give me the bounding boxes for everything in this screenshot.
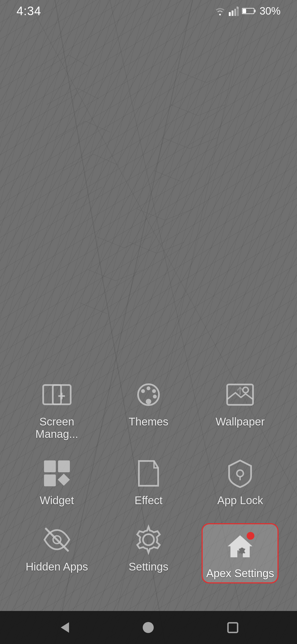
- effect-icon: [133, 458, 164, 489]
- svg-line-34: [47, 358, 66, 366]
- svg-rect-70: [44, 474, 56, 486]
- svg-line-12: [85, 121, 110, 132]
- widget-icon: [42, 458, 72, 489]
- svg-marker-72: [139, 461, 158, 486]
- svg-point-77: [143, 534, 154, 545]
- app-item-apex-settings[interactable]: Apex Settings: [202, 523, 279, 583]
- app-item-themes[interactable]: Themes: [110, 378, 187, 440]
- svg-point-62: [152, 389, 156, 393]
- hidden-apps-label: Hidden Apps: [26, 561, 88, 573]
- screen-manager-icon: [42, 380, 72, 410]
- widget-label: Widget: [40, 494, 74, 507]
- themes-icon: [133, 380, 164, 410]
- settings-icon: [133, 525, 164, 555]
- themes-label: Themes: [129, 416, 169, 428]
- svg-line-18: [206, 72, 234, 83]
- status-bar: 4:34 R 30%: [0, 0, 297, 22]
- svg-rect-53: [254, 10, 256, 12]
- screen-manager-label: Screen Manag...: [18, 416, 95, 440]
- svg-line-10: [69, 55, 88, 66]
- wifi-icon: [215, 6, 226, 16]
- svg-marker-71: [58, 474, 70, 486]
- wallpaper-label: Wallpaper: [216, 416, 265, 428]
- svg-line-21: [96, 237, 124, 248]
- wallpaper-icon: [225, 380, 255, 410]
- svg-rect-82: [228, 623, 238, 632]
- settings-icon-wrap: [132, 523, 165, 556]
- svg-line-27: [129, 242, 157, 253]
- svg-line-23: [80, 303, 107, 314]
- svg-line-38: [231, 319, 250, 330]
- svg-line-31: [28, 358, 47, 369]
- svg-line-28: [165, 209, 193, 220]
- svg-rect-47: [229, 12, 231, 16]
- nav-back-button[interactable]: [53, 616, 75, 638]
- status-icons: R 30%: [215, 5, 280, 17]
- recents-icon: [225, 620, 240, 635]
- screen-manager-icon-wrap: [40, 378, 73, 411]
- svg-line-36: [212, 319, 231, 330]
- svg-line-25: [116, 270, 143, 281]
- app-item-wallpaper[interactable]: Wallpaper: [202, 378, 279, 440]
- app-lock-icon-wrap: [224, 457, 257, 490]
- app-item-widget[interactable]: Widget: [18, 457, 95, 507]
- svg-line-24: [124, 237, 151, 248]
- svg-line-26: [138, 209, 165, 220]
- battery-percentage: 30%: [260, 5, 280, 17]
- svg-point-60: [141, 389, 145, 393]
- svg-rect-49: [234, 9, 236, 16]
- nav-recents-button[interactable]: [222, 616, 244, 638]
- app-lock-label: App Lock: [217, 494, 263, 507]
- svg-rect-69: [58, 460, 70, 472]
- themes-icon-wrap: [132, 378, 165, 411]
- navigation-bar: [0, 611, 297, 644]
- svg-point-66: [243, 387, 248, 393]
- svg-line-30: [22, 330, 41, 341]
- svg-line-16: [162, 138, 190, 149]
- wallpaper-icon-wrap: [224, 378, 257, 411]
- svg-line-8: [63, 154, 94, 171]
- back-icon: [57, 620, 72, 635]
- svg-line-9: [72, 187, 102, 204]
- svg-line-29: [157, 242, 184, 253]
- app-item-screen-manager[interactable]: Screen Manag...: [18, 378, 95, 440]
- app-row-1: Screen Manag... Themes: [11, 378, 286, 440]
- app-item-settings[interactable]: Settings: [110, 523, 187, 583]
- battery-icon: [242, 7, 256, 15]
- effect-icon-wrap: [132, 457, 165, 490]
- widget-icon-wrap: [40, 457, 73, 490]
- svg-point-73: [237, 470, 243, 477]
- signal-icon: R: [229, 6, 239, 16]
- svg-marker-80: [61, 622, 69, 633]
- svg-line-7: [55, 121, 85, 138]
- svg-line-17: [154, 171, 182, 182]
- app-item-hidden-apps[interactable]: Hidden Apps: [18, 523, 95, 583]
- hidden-apps-icon: [42, 525, 72, 555]
- svg-line-37: [226, 292, 245, 303]
- settings-label: Settings: [129, 561, 169, 573]
- svg-line-20: [190, 138, 217, 149]
- svg-line-33: [41, 330, 61, 339]
- svg-rect-68: [44, 460, 56, 472]
- svg-rect-54: [243, 9, 246, 13]
- app-row-2: Widget Effect App Lock: [11, 457, 286, 507]
- apex-settings-label: Apex Settings: [206, 567, 274, 580]
- nav-home-button[interactable]: [138, 616, 160, 638]
- app-row-3: Hidden Apps Settings: [11, 523, 286, 583]
- svg-line-19: [198, 105, 226, 116]
- svg-point-64: [146, 399, 151, 404]
- svg-point-81: [143, 622, 154, 633]
- svg-line-35: [206, 292, 226, 303]
- status-time: 4:34: [16, 4, 41, 18]
- app-item-app-lock[interactable]: App Lock: [202, 457, 279, 507]
- svg-rect-48: [232, 10, 233, 16]
- svg-text:R: R: [237, 6, 238, 9]
- svg-line-76: [46, 529, 68, 551]
- apex-settings-icon-wrap: [224, 530, 257, 563]
- effect-label: Effect: [134, 494, 163, 507]
- svg-line-15: [170, 105, 198, 116]
- svg-line-14: [179, 72, 206, 83]
- svg-point-61: [147, 386, 150, 390]
- app-item-effect[interactable]: Effect: [110, 457, 187, 507]
- svg-line-5: [41, 55, 69, 72]
